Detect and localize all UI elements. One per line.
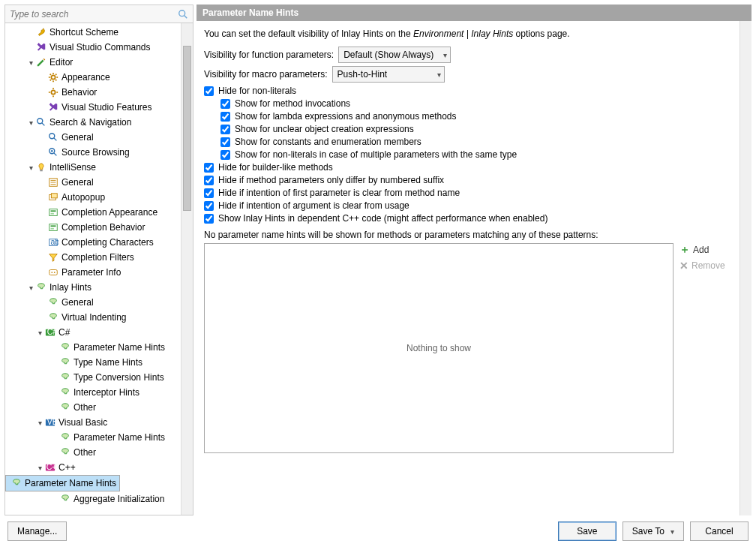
cb-dep-cpp[interactable] — [204, 214, 214, 224]
magnifier-icon — [35, 116, 47, 128]
tree-label: C++ — [58, 462, 76, 473]
collapse-icon: ▾ — [26, 119, 35, 127]
tree-item-shortcut-scheme[interactable]: Shortcut Scheme — [5, 25, 181, 40]
cb-unclear-obj[interactable] — [220, 125, 230, 134]
scrollbar-thumb[interactable] — [183, 46, 191, 211]
cancel-button[interactable]: Cancel — [690, 521, 748, 541]
tree-item-completion-appearance[interactable]: Completion Appearance — [5, 205, 181, 220]
tree-item-cpp[interactable]: ▾C++C++ — [5, 460, 181, 475]
tree-item-parameter-info[interactable]: Parameter Info — [5, 265, 181, 280]
svg-point-2 — [51, 75, 55, 79]
cb-num-suffix[interactable] — [204, 176, 214, 185]
tree-item-cpp-param-name[interactable]: Parameter Name Hints — [5, 475, 120, 491]
tree-item-vb-param-name[interactable]: Parameter Name Hints — [5, 430, 181, 445]
popup-icon — [47, 191, 59, 203]
hint-icon — [59, 356, 71, 368]
svg-point-40 — [54, 272, 56, 273]
hint-icon — [59, 493, 71, 505]
svg-line-8 — [56, 80, 56, 80]
remove-button: ✕Remove — [680, 260, 732, 272]
tree-label: General — [62, 132, 94, 143]
tree-item-source-browsing[interactable]: Source Browsing — [5, 145, 181, 160]
svg-point-21 — [51, 150, 53, 152]
tree-item-vs-commands[interactable]: Visual Studio Commands — [5, 40, 181, 55]
cb-intent-first[interactable] — [204, 188, 214, 198]
cpp-icon: C++ — [44, 461, 56, 473]
save-to-button[interactable]: Save To▾ — [622, 521, 684, 541]
csharp-icon: C# — [44, 326, 56, 338]
cb-const-enum[interactable] — [220, 137, 230, 147]
cb-intent-arg[interactable] — [204, 201, 214, 211]
options-tree[interactable]: Shortcut Scheme Visual Studio Commands ▾… — [5, 23, 181, 515]
cb-hide-nonliterals[interactable] — [204, 86, 214, 96]
cb-label: Hide if intention of first parameter is … — [218, 188, 460, 198]
svg-point-18 — [50, 134, 55, 139]
tree-item-cs-type-conv[interactable]: Type Conversion Hints — [5, 370, 181, 385]
tree-item-cs-other[interactable]: Other — [5, 400, 181, 415]
tree-item-editor[interactable]: ▾Editor — [5, 55, 181, 70]
tree-label: Completion Appearance — [62, 207, 158, 218]
tree-item-cs-param-name[interactable]: Parameter Name Hints — [5, 340, 181, 355]
svg-point-16 — [38, 119, 43, 124]
search-input[interactable] — [5, 8, 178, 21]
hint-icon — [47, 311, 59, 323]
save-button[interactable]: Save — [558, 521, 616, 541]
cb-method-invocations[interactable] — [220, 99, 230, 109]
tree-label: Parameter Name Hints — [74, 342, 165, 353]
tree-item-vs-features[interactable]: Visual Studio Features — [5, 100, 181, 115]
hint-icon — [59, 401, 71, 413]
tree-item-cs-interceptor[interactable]: Interceptor Hints — [5, 385, 181, 400]
hint-icon — [59, 386, 71, 398]
tree-item-appearance[interactable]: Appearance — [5, 70, 181, 85]
tree-label: Completing Characters — [62, 237, 154, 248]
tree-label: Inlay Hints — [50, 282, 92, 293]
tree-label: IntelliSense — [50, 162, 96, 173]
vis-macro-select[interactable]: Push-to-Hint▾ — [332, 66, 445, 83]
tree-item-completing-chars[interactable]: abCompleting Characters — [5, 235, 181, 250]
tree-item-completion-behavior[interactable]: Completion Behavior — [5, 220, 181, 235]
cb-lambda[interactable] — [220, 112, 230, 122]
svg-point-11 — [51, 90, 55, 94]
tree-item-inlay-hints[interactable]: ▾Inlay Hints — [5, 280, 181, 295]
gear-icon — [47, 71, 59, 83]
tree-label: Source Browsing — [62, 147, 130, 158]
tree-label: Autopopup — [62, 192, 105, 203]
filter-icon — [47, 251, 59, 263]
tree-item-behavior[interactable]: Behavior — [5, 85, 181, 100]
tree-item-completion-filters[interactable]: Completion Filters — [5, 250, 181, 265]
tree-item-general[interactable]: General — [5, 175, 181, 190]
cb-builder[interactable] — [204, 163, 214, 173]
cb-label: Show for unclear object creation express… — [235, 124, 414, 134]
tree-item-intellisense[interactable]: ▾IntelliSense — [5, 160, 181, 175]
collapse-icon: ▾ — [26, 59, 35, 67]
tree-item-vb-other[interactable]: Other — [5, 445, 181, 460]
patterns-listbox[interactable]: Nothing to show — [204, 243, 674, 453]
vis-func-select[interactable]: Default (Show Always)▾ — [338, 47, 451, 63]
tree-label: Visual Studio Features — [62, 102, 152, 113]
tree-label: Completion Behavior — [62, 222, 145, 233]
details-panel: Parameter Name Hints You can set the def… — [196, 5, 752, 515]
svg-line-22 — [54, 153, 57, 156]
tree-item-autopopup[interactable]: Autopopup — [5, 190, 181, 205]
tree-label: Visual Studio Commands — [50, 42, 151, 53]
tree-item-vb[interactable]: ▾VBVisual Basic — [5, 415, 181, 430]
tree-item-general[interactable]: General — [5, 295, 181, 310]
tree-item-search-nav[interactable]: ▾Search & Navigation — [5, 115, 181, 130]
cb-label: Show for lambda expressions and anonymou… — [235, 111, 457, 122]
content-scrollbar[interactable] — [740, 21, 752, 515]
manage-button[interactable]: Manage... — [8, 521, 67, 541]
search-box[interactable] — [5, 5, 193, 23]
cb-nonlit-multi[interactable] — [220, 150, 230, 160]
tree-scrollbar[interactable] — [181, 23, 193, 515]
tree-item-cpp-agg-init[interactable]: Aggregate Initialization — [5, 491, 181, 506]
svg-line-9 — [50, 80, 51, 80]
tree-item-csharp[interactable]: ▾C#C# — [5, 325, 181, 340]
svg-point-39 — [51, 272, 52, 273]
tree-item-general[interactable]: General — [5, 130, 181, 145]
add-button[interactable]: ＋Add — [680, 243, 732, 257]
magnifier-icon — [47, 146, 59, 158]
tree-item-virtual-indenting[interactable]: Virtual Indenting — [5, 310, 181, 325]
tree-item-cs-type-name[interactable]: Type Name Hints — [5, 355, 181, 370]
tree-label: Type Conversion Hints — [74, 372, 164, 383]
svg-rect-33 — [50, 224, 58, 231]
